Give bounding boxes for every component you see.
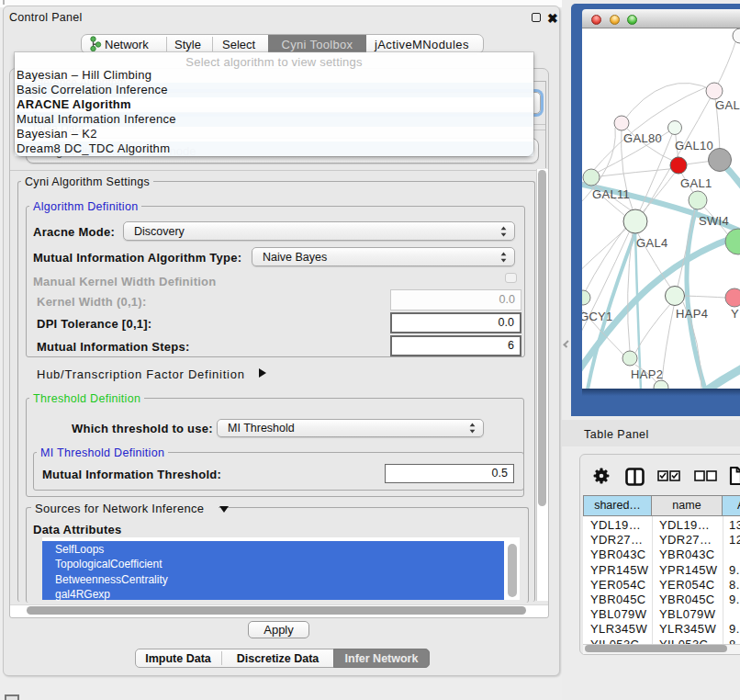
svg-text:SWI4: SWI4 [699,214,729,228]
svg-text:GAL80: GAL80 [623,131,662,145]
svg-text:GAL11: GAL11 [592,187,630,201]
svg-text:GAL2: GAL2 [715,98,740,112]
svg-text:GAL1: GAL1 [680,176,712,190]
svg-text:GAL4: GAL4 [636,236,667,250]
svg-text:HAP4: HAP4 [676,307,708,321]
svg-text:Y: Y [731,307,739,321]
svg-text:GCY1: GCY1 [582,310,613,323]
svg-text:HAP2: HAP2 [631,367,663,381]
svg-text:GAL10: GAL10 [675,139,713,152]
